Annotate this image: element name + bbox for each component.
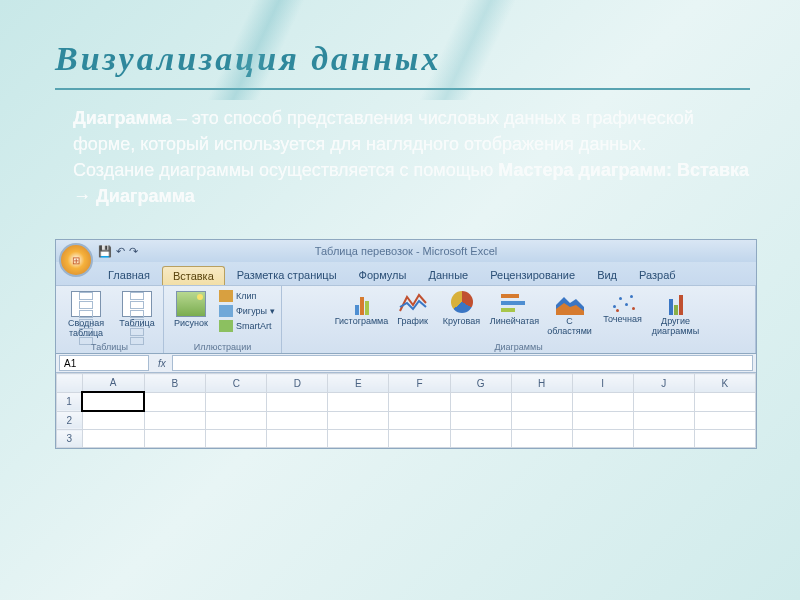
cell-A1[interactable] <box>82 392 144 411</box>
area-chart-icon <box>556 291 584 315</box>
cell[interactable] <box>511 411 572 430</box>
picture-button[interactable]: Рисунок <box>168 289 214 330</box>
tab-view[interactable]: Вид <box>587 266 627 285</box>
col-K[interactable]: K <box>694 374 755 393</box>
column-chart-icon <box>348 291 376 315</box>
cell[interactable] <box>267 411 328 430</box>
cell[interactable] <box>511 430 572 448</box>
cell[interactable] <box>450 411 511 430</box>
cell[interactable] <box>144 430 206 448</box>
tab-page-layout[interactable]: Разметка страницы <box>227 266 347 285</box>
excel-window: ⊞ 💾 ↶ ↷ Таблица перевозок - Microsoft Ex… <box>55 239 757 449</box>
window-title: Таблица перевозок - Microsoft Excel <box>56 245 756 257</box>
scatter-chart-icon <box>610 291 636 313</box>
tab-developer[interactable]: Разраб <box>629 266 686 285</box>
smartart-icon <box>219 320 233 332</box>
bar-chart-label: Линейчатая <box>490 317 539 326</box>
area-chart-button[interactable]: С областями <box>544 289 596 338</box>
other-charts-button[interactable]: Другие диаграммы <box>650 289 702 338</box>
cell[interactable] <box>267 392 328 411</box>
cell[interactable] <box>572 430 633 448</box>
pie-chart-button[interactable]: Круговая <box>438 289 486 328</box>
cell[interactable] <box>694 430 755 448</box>
cell[interactable] <box>82 430 144 448</box>
cell[interactable] <box>572 392 633 411</box>
other-charts-icon <box>662 291 690 315</box>
col-F[interactable]: F <box>389 374 450 393</box>
cell[interactable] <box>267 430 328 448</box>
bar-chart-icon <box>501 291 529 315</box>
pivot-table-button[interactable]: Сводная таблица <box>60 289 112 340</box>
group-charts-label: Диаграммы <box>494 340 542 352</box>
tab-formulas[interactable]: Формулы <box>349 266 417 285</box>
cell[interactable] <box>389 430 450 448</box>
cell[interactable] <box>389 411 450 430</box>
scatter-chart-button[interactable]: Точечная <box>599 289 647 326</box>
cell[interactable] <box>389 392 450 411</box>
formula-bar: A1 fx <box>56 354 756 373</box>
pivot-label: Сводная таблица <box>61 319 111 338</box>
column-chart-button[interactable]: Гистограмма <box>336 289 388 328</box>
col-I[interactable]: I <box>572 374 633 393</box>
clip-icon <box>219 290 233 302</box>
row-header-2[interactable]: 2 <box>57 411 83 430</box>
cell[interactable] <box>328 430 389 448</box>
cell[interactable] <box>633 411 694 430</box>
col-C[interactable]: C <box>206 374 267 393</box>
col-B[interactable]: B <box>144 374 206 393</box>
table-icon <box>122 291 152 317</box>
cell[interactable] <box>144 392 206 411</box>
group-illustrations: Рисунок Клип Фигуры ▾ SmartArt Иллюстрац… <box>164 286 282 353</box>
tab-review[interactable]: Рецензирование <box>480 266 585 285</box>
fx-label[interactable]: fx <box>152 358 172 369</box>
pivot-table-icon <box>71 291 101 317</box>
row-header-1[interactable]: 1 <box>57 392 83 411</box>
smartart-button[interactable]: SmartArt <box>217 319 277 333</box>
slide-body: Диаграмма – это способ представления чис… <box>55 105 750 209</box>
cell[interactable] <box>511 392 572 411</box>
row-header-3[interactable]: 3 <box>57 430 83 448</box>
col-H[interactable]: H <box>511 374 572 393</box>
tab-home[interactable]: Главная <box>98 266 160 285</box>
col-E[interactable]: E <box>328 374 389 393</box>
cell[interactable] <box>450 430 511 448</box>
cell[interactable] <box>328 411 389 430</box>
cell[interactable] <box>633 392 694 411</box>
col-G[interactable]: G <box>450 374 511 393</box>
cell[interactable] <box>206 411 267 430</box>
cell[interactable] <box>82 411 144 430</box>
tab-data[interactable]: Данные <box>418 266 478 285</box>
cell[interactable] <box>450 392 511 411</box>
picture-icon <box>176 291 206 317</box>
background-decoration <box>0 0 800 100</box>
cell[interactable] <box>206 392 267 411</box>
clip-button[interactable]: Клип <box>217 289 277 303</box>
ribbon: Сводная таблица Таблица Таблицы Рисунок <box>56 285 756 354</box>
cell[interactable] <box>328 392 389 411</box>
group-illustrations-label: Иллюстрации <box>194 340 252 352</box>
col-A[interactable]: A <box>82 374 144 393</box>
shapes-button[interactable]: Фигуры ▾ <box>217 304 277 318</box>
select-all[interactable] <box>57 374 83 393</box>
cell[interactable] <box>633 430 694 448</box>
cell[interactable] <box>572 411 633 430</box>
col-D[interactable]: D <box>267 374 328 393</box>
cell[interactable] <box>206 430 267 448</box>
spreadsheet-grid[interactable]: A B C D E F G H I J K 1 <box>56 373 756 448</box>
table-button[interactable]: Таблица <box>115 289 159 330</box>
pie-chart-label: Круговая <box>443 317 480 326</box>
line-chart-button[interactable]: График <box>391 289 435 328</box>
cell[interactable] <box>694 392 755 411</box>
name-box[interactable]: A1 <box>59 355 149 371</box>
formula-input[interactable] <box>172 355 753 371</box>
clip-label: Клип <box>236 291 256 301</box>
cell[interactable] <box>694 411 755 430</box>
ribbon-tabs: Главная Вставка Разметка страницы Формул… <box>56 262 756 285</box>
bar-chart-button[interactable]: Линейчатая <box>489 289 541 328</box>
col-J[interactable]: J <box>633 374 694 393</box>
table-label: Таблица <box>119 319 154 328</box>
cell[interactable] <box>144 411 206 430</box>
area-chart-label: С областями <box>545 317 595 336</box>
tab-insert[interactable]: Вставка <box>162 266 225 285</box>
column-chart-label: Гистограмма <box>335 317 389 326</box>
